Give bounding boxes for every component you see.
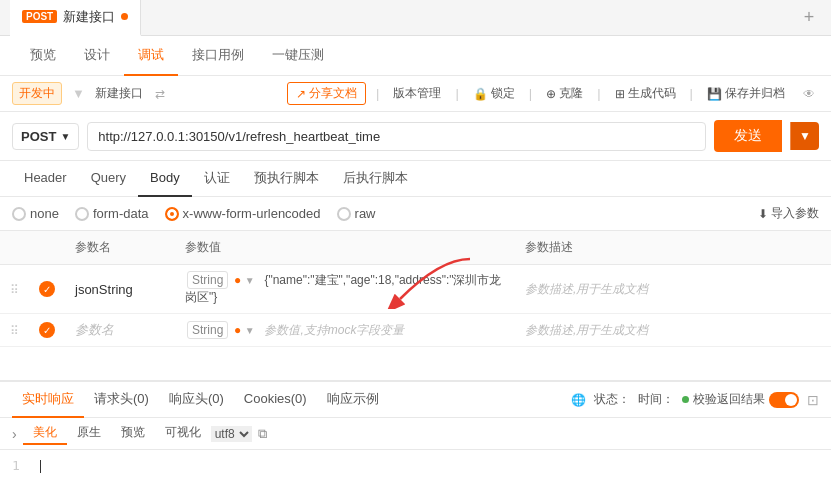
- validate-dot: [682, 396, 689, 403]
- fmt-tab-preview[interactable]: 预览: [111, 422, 155, 445]
- top-tab-label: 新建接口: [63, 8, 115, 26]
- fmt-tab-visual[interactable]: 可视化: [155, 422, 211, 445]
- top-tab-new-api[interactable]: POST 新建接口: [10, 0, 141, 36]
- row2-desc[interactable]: 参数描述,用于生成文档: [515, 314, 831, 347]
- method-value: POST: [21, 129, 56, 144]
- gen-code-btn[interactable]: ⊞ 生成代码: [611, 83, 680, 104]
- toolbar: 开发中 ▼ 新建接口 ⇄ ↗ 分享文档 | 版本管理 | 🔒 锁定 | ⊕ 克隆…: [0, 76, 831, 112]
- body-options: none form-data x-www-form-urlencoded raw…: [0, 197, 831, 231]
- option-raw-label: raw: [355, 206, 376, 221]
- method-dropdown-icon: ▼: [60, 131, 70, 142]
- divider5: |: [690, 86, 693, 101]
- row2-value-cell: String ● ▼ 参数值,支持mock字段变量: [175, 314, 515, 347]
- row2-dropdown[interactable]: ▼: [245, 325, 255, 336]
- tab-debug[interactable]: 调试: [124, 36, 178, 76]
- api-name-label: 新建接口: [95, 85, 143, 102]
- url-input[interactable]: [87, 122, 706, 151]
- row1-dropdown[interactable]: ▼: [245, 275, 255, 286]
- option-raw[interactable]: raw: [337, 206, 376, 221]
- sub-tab-header[interactable]: Header: [12, 161, 79, 197]
- option-form-data[interactable]: form-data: [75, 206, 149, 221]
- share-label: 分享文档: [309, 85, 357, 102]
- tab-preview[interactable]: 预览: [16, 36, 70, 76]
- divider1: |: [376, 86, 379, 101]
- radio-form-data: [75, 207, 89, 221]
- time-label: 时间：: [638, 391, 674, 408]
- import-label: 导入参数: [771, 205, 819, 222]
- status-label: 状态：: [594, 391, 630, 408]
- sub-tabs: Header Query Body 认证 预执行脚本 后执行脚本: [0, 161, 831, 197]
- option-none[interactable]: none: [12, 206, 59, 221]
- format-bar: › 美化 原生 预览 可视化 utf8 ⧉: [0, 418, 831, 450]
- clone-btn[interactable]: ⊕ 克隆: [542, 83, 587, 104]
- tab-example[interactable]: 接口用例: [178, 36, 258, 76]
- method-select[interactable]: POST ▼: [12, 123, 79, 150]
- row2-checkbox[interactable]: [29, 314, 65, 347]
- sub-tab-body[interactable]: Body: [138, 161, 192, 197]
- table-row: ⠿ 参数名 String ● ▼ 参数值,支持mock字段变量 参数描述,用于生…: [0, 314, 831, 347]
- sub-tab-query[interactable]: Query: [79, 161, 138, 197]
- panel-expand-btn[interactable]: ›: [12, 426, 17, 442]
- bottom-tab-example[interactable]: 响应示例: [317, 382, 389, 418]
- add-tab-button[interactable]: +: [797, 6, 821, 30]
- divider4: |: [597, 86, 600, 101]
- sub-tab-pre-script[interactable]: 预执行脚本: [242, 161, 331, 197]
- col-drag-header: [0, 231, 29, 265]
- option-urlencoded[interactable]: x-www-form-urlencoded: [165, 206, 321, 221]
- drag-handle-2[interactable]: ⠿: [0, 314, 29, 347]
- encoding-select[interactable]: utf8: [211, 426, 252, 442]
- validate-toggle[interactable]: [769, 392, 799, 408]
- version-btn[interactable]: 版本管理: [389, 83, 445, 104]
- option-urlencoded-label: x-www-form-urlencoded: [183, 206, 321, 221]
- bottom-panel: 实时响应 请求头(0) 响应头(0) Cookies(0) 响应示例 🌐 状态：…: [0, 380, 831, 500]
- row1-desc[interactable]: 参数描述,用于生成文档: [515, 265, 831, 314]
- tab-design[interactable]: 设计: [70, 36, 124, 76]
- eye-btn[interactable]: 👁: [799, 85, 819, 103]
- divider3: |: [529, 86, 532, 101]
- row1-checkbox[interactable]: [29, 265, 65, 314]
- fmt-tab-beautify[interactable]: 美化: [23, 422, 67, 445]
- radio-raw: [337, 207, 351, 221]
- drag-handle-1[interactable]: ⠿: [0, 265, 29, 314]
- copy-icon[interactable]: ⧉: [258, 426, 267, 442]
- radio-none: [12, 207, 26, 221]
- col-name-header: 参数名: [65, 231, 175, 265]
- sub-tab-auth[interactable]: 认证: [192, 161, 242, 197]
- validate-section: 校验返回结果: [682, 391, 799, 408]
- nav-tabs: 预览 设计 调试 接口用例 一键压测: [0, 36, 831, 76]
- validate-label: 校验返回结果: [693, 391, 765, 408]
- bottom-tab-realtime[interactable]: 实时响应: [12, 382, 84, 418]
- env-badge[interactable]: 开发中: [12, 82, 62, 105]
- text-cursor: [40, 460, 41, 473]
- bottom-tab-cookies[interactable]: Cookies(0): [234, 382, 317, 418]
- col-check-header: [29, 231, 65, 265]
- table-row: ⠿ jsonString String ● ▼ {"name":"建宝","ag…: [0, 265, 831, 314]
- send-button[interactable]: 发送: [714, 120, 782, 152]
- send-dropdown-button[interactable]: ▼: [790, 122, 819, 150]
- bottom-tab-res-header[interactable]: 响应头(0): [159, 382, 234, 418]
- method-badge: POST: [22, 10, 57, 23]
- row1-value[interactable]: {"name":"建宝","age":18,"address":"深圳市龙岗区"…: [185, 273, 501, 304]
- expand-icon[interactable]: ⊡: [807, 392, 819, 408]
- top-tab-bar: POST 新建接口 +: [0, 0, 831, 36]
- params-table: 参数名 参数值 参数描述 ⠿ jsonString String ● ▼ {"n…: [0, 231, 831, 347]
- lock-btn[interactable]: 🔒 锁定: [469, 83, 519, 104]
- row2-name[interactable]: 参数名: [65, 314, 175, 347]
- bottom-tab-req-header[interactable]: 请求头(0): [84, 382, 159, 418]
- share-button[interactable]: ↗ 分享文档: [287, 82, 366, 105]
- sync-icon: ⇄: [155, 87, 165, 101]
- params-section: 参数名 参数值 参数描述 ⠿ jsonString String ● ▼ {"n…: [0, 231, 831, 347]
- row2-value[interactable]: 参数值,支持mock字段变量: [264, 323, 404, 337]
- tab-test[interactable]: 一键压测: [258, 36, 338, 76]
- fmt-tab-raw[interactable]: 原生: [67, 422, 111, 445]
- col-desc-header: 参数描述: [515, 231, 831, 265]
- toolbar-separator: ▼: [72, 86, 85, 101]
- save-archive-btn[interactable]: 💾 保存并归档: [703, 83, 789, 104]
- url-bar: POST ▼ 发送 ▼: [0, 112, 831, 161]
- toolbar-right: ↗ 分享文档 | 版本管理 | 🔒 锁定 | ⊕ 克隆 | ⊞ 生成代码 | 💾…: [287, 82, 819, 105]
- sub-tab-post-script[interactable]: 后执行脚本: [331, 161, 420, 197]
- import-params-button[interactable]: ⬇ 导入参数: [758, 205, 819, 222]
- globe-icon: 🌐: [571, 393, 586, 407]
- divider2: |: [455, 86, 458, 101]
- row1-name: jsonString: [65, 265, 175, 314]
